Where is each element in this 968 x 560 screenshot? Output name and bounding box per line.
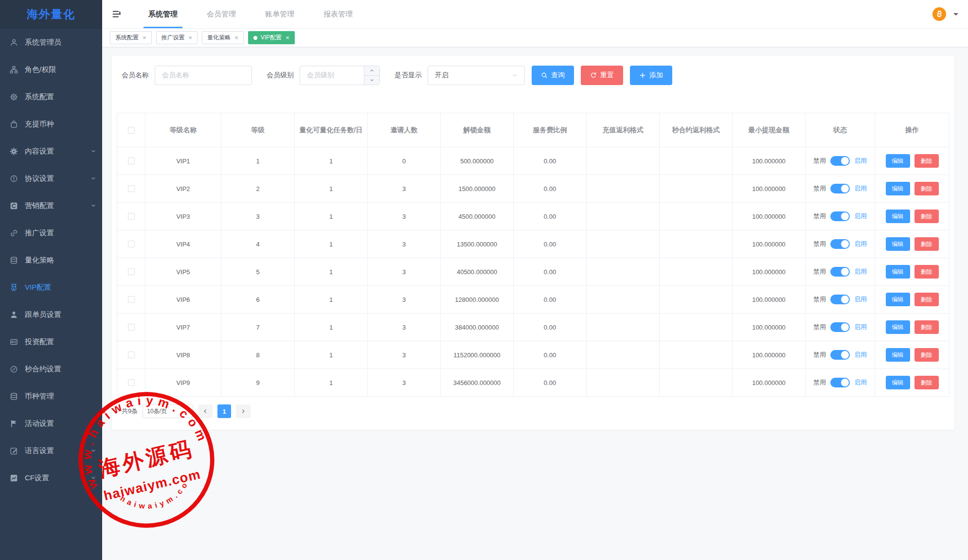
edit-button[interactable]: 编辑: [886, 293, 910, 306]
row-checkbox[interactable]: [128, 351, 135, 358]
topnav-item[interactable]: 系统管理: [134, 0, 192, 28]
tag-close-icon[interactable]: ×: [143, 35, 146, 41]
chart-icon: [10, 474, 18, 482]
sidebar-item[interactable]: 秒合约设置: [0, 355, 102, 383]
page-1-button[interactable]: 1: [217, 404, 231, 418]
sidebar-item[interactable]: CF设置: [0, 464, 102, 491]
chevron-down-icon: [90, 448, 96, 454]
tag-chip[interactable]: VIP配置×: [248, 31, 295, 44]
edit-button[interactable]: 编辑: [886, 376, 910, 389]
cell-actions: 编辑删除: [875, 230, 949, 258]
delete-button[interactable]: 删除: [914, 265, 939, 279]
edit-button[interactable]: 编辑: [886, 320, 910, 334]
tag-close-icon[interactable]: ×: [286, 35, 289, 41]
sidebar-item[interactable]: 活动设置: [0, 410, 102, 437]
sidebar-item[interactable]: 角色/权限: [0, 56, 102, 83]
status-toggle[interactable]: [830, 156, 850, 166]
header-cell: 状态: [806, 113, 875, 147]
status-toggle[interactable]: [830, 267, 850, 277]
delete-button[interactable]: 删除: [914, 154, 939, 168]
status-toggle[interactable]: [830, 184, 850, 193]
topnav-item[interactable]: 报表管理: [309, 0, 367, 28]
delete-button[interactable]: 删除: [914, 376, 939, 389]
status-toggle[interactable]: [830, 211, 850, 221]
row-checkbox[interactable]: [128, 185, 135, 192]
row-checkbox[interactable]: [128, 296, 135, 303]
sidebar-item[interactable]: 量化策略: [0, 246, 102, 274]
row-checkbox[interactable]: [128, 268, 135, 275]
tag-chip[interactable]: 系统配置×: [110, 31, 152, 44]
sidebar-item[interactable]: 语言设置: [0, 437, 102, 464]
search-button[interactable]: 查询: [532, 66, 574, 85]
card-icon: [10, 338, 18, 346]
sidebar-item[interactable]: 营销配置: [0, 192, 102, 219]
display-select[interactable]: 开启: [428, 66, 525, 85]
reset-button-label: 重置: [600, 71, 614, 80]
tag-chip[interactable]: 量化策略×: [202, 31, 244, 44]
table-cell: VIP4: [145, 230, 221, 258]
gear-outline-icon: [10, 93, 18, 101]
status-toggle[interactable]: [830, 322, 850, 332]
tag-active-dot: [253, 36, 257, 40]
bitcoin-avatar[interactable]: [932, 7, 946, 21]
sidebar-item-label: 角色/权限: [25, 65, 56, 74]
sidebar-item[interactable]: 系统配置: [0, 83, 102, 110]
sidebar-item[interactable]: 币种管理: [0, 383, 102, 410]
edit-button[interactable]: 编辑: [886, 348, 910, 362]
hamburger-icon[interactable]: [112, 9, 122, 19]
sidebar-item[interactable]: 系统管理员: [0, 29, 102, 56]
page-size-select[interactable]: 10条/页: [143, 404, 193, 418]
edit-button[interactable]: 编辑: [886, 182, 910, 195]
delete-button[interactable]: 删除: [914, 348, 939, 362]
row-checkbox[interactable]: [128, 158, 135, 164]
tag-close-icon[interactable]: ×: [234, 35, 238, 41]
delete-button[interactable]: 删除: [914, 293, 939, 306]
sidebar-item[interactable]: VIP配置: [0, 274, 102, 301]
prev-page-button[interactable]: [198, 404, 213, 418]
topnav-item[interactable]: 账单管理: [251, 0, 309, 28]
edit-button[interactable]: 编辑: [886, 154, 910, 168]
status-toggle[interactable]: [830, 295, 850, 304]
cell-select: [117, 230, 145, 258]
sidebar-item[interactable]: 充提币种: [0, 110, 102, 138]
delete-button[interactable]: 删除: [914, 320, 939, 334]
delete-button[interactable]: 删除: [914, 182, 939, 195]
tag-chip[interactable]: 推广设置×: [156, 31, 198, 44]
cell-status: 禁用启用: [806, 286, 875, 314]
cell-select: [117, 286, 145, 314]
edit-button[interactable]: 编辑: [886, 210, 910, 223]
link-icon: [10, 229, 18, 237]
table-cell: 0.00: [514, 369, 587, 397]
status-toggle[interactable]: [830, 378, 850, 387]
row-checkbox[interactable]: [128, 324, 135, 331]
select-all-checkbox[interactable]: [128, 127, 135, 134]
delete-button[interactable]: 删除: [914, 210, 939, 223]
edit-button[interactable]: 编辑: [886, 237, 910, 251]
sidebar-item[interactable]: 投资配置: [0, 328, 102, 355]
member-name-input[interactable]: 会员名称: [155, 66, 252, 85]
sidebar-item[interactable]: 内容设置: [0, 138, 102, 165]
row-checkbox[interactable]: [128, 213, 135, 220]
status-toggle[interactable]: [830, 239, 850, 249]
reset-button[interactable]: 重置: [581, 66, 623, 85]
sidebar-item[interactable]: 跟单员设置: [0, 301, 102, 328]
cell-actions: 编辑删除: [875, 286, 949, 314]
dropdown-caret-icon[interactable]: [953, 13, 958, 18]
cell-select: [117, 314, 145, 341]
stepper-down-button[interactable]: [364, 76, 379, 85]
tag-close-icon[interactable]: ×: [189, 35, 193, 41]
pagination-total: 共9条: [122, 407, 138, 416]
add-button[interactable]: 添加: [630, 66, 672, 85]
edit-button[interactable]: 编辑: [886, 265, 910, 279]
tag-label: VIP配置: [261, 34, 282, 42]
member-level-input[interactable]: 会员级别: [300, 66, 380, 85]
row-checkbox[interactable]: [128, 379, 135, 386]
sidebar-item[interactable]: 推广设置: [0, 219, 102, 246]
stepper-up-button[interactable]: [364, 66, 379, 76]
row-checkbox[interactable]: [128, 241, 135, 247]
next-page-button[interactable]: [236, 404, 251, 418]
delete-button[interactable]: 删除: [914, 237, 939, 251]
status-toggle[interactable]: [830, 350, 850, 360]
topnav-item[interactable]: 会员管理: [192, 0, 251, 28]
sidebar-item[interactable]: 协议设置: [0, 165, 102, 192]
